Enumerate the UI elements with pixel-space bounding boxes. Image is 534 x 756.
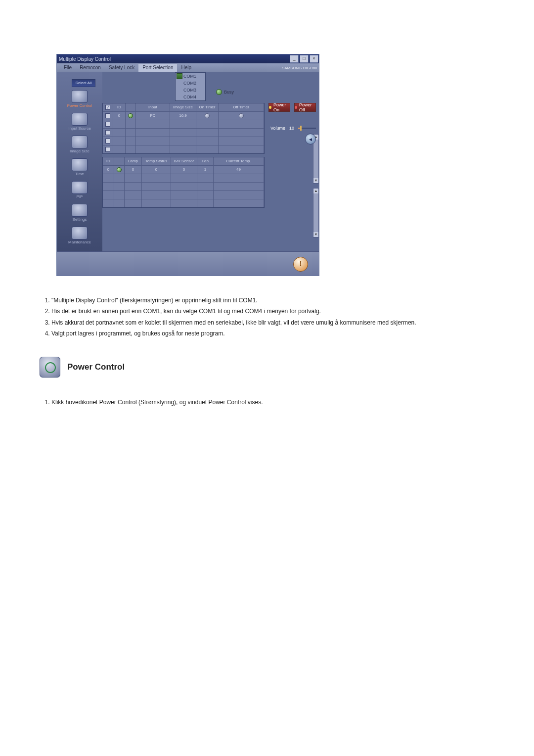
close-button[interactable]: × [310,55,318,63]
col-status [126,103,136,111]
settings-icon [72,204,88,217]
power-control-panel: Power On Power Off Volume 10 [268,103,316,144]
menubar: File Remocon Safety Lock Port Selection … [57,63,319,72]
sidebar-item-maintenance[interactable]: Maintenance [68,227,91,244]
app-footer [57,251,319,276]
sidebar-item-settings[interactable]: Settings [72,204,88,222]
com-port-option[interactable]: COM4 [176,94,205,100]
scroll-down-icon[interactable]: ▼ [313,232,318,237]
select-all-checkbox[interactable] [105,105,110,110]
time-icon [72,158,88,171]
col-fan: Fan [197,157,214,165]
display-table: ID Input Image Size On Timer Off Timer 0 [102,103,265,154]
col-id: ID [103,157,114,165]
com-port-option[interactable]: COM1 [176,73,205,80]
col-temp-status: Temp.Status [142,157,171,165]
status-table: ID Lamp Temp.Status B/R Sensor Fan Curre… [102,157,265,208]
table-row [103,128,264,137]
instruction-item: Valgt port lagres i programmet, og bruke… [51,329,494,338]
brand-label: SAMSUNG DIGITall [282,66,317,70]
volume-value: 10 [289,126,294,131]
timer-off-icon [239,113,244,118]
sidebar-item-input-source[interactable]: Input Source [68,113,90,131]
section-header: Power Control [40,357,494,378]
col-input: Input [136,103,170,111]
volume-label: Volume [270,126,285,131]
table-row [103,174,264,182]
section-title: Power Control [67,362,125,372]
checkmark-icon [177,73,182,79]
maximize-button[interactable]: □ [300,55,309,63]
alert-icon [293,257,308,272]
col-current-temp: Current Temp. [214,157,264,165]
row-checkbox[interactable] [105,113,110,118]
power-control-icon [72,90,88,103]
status-dot-icon [117,167,122,172]
select-all-button[interactable]: Select All [72,79,95,87]
menu-help[interactable]: Help [177,64,195,72]
menu-port-selection[interactable]: Port Selection [138,64,177,72]
col-id: ID [113,103,126,111]
instruction-list-2: Klikk hovedikonet Power Control (Strømst… [40,397,494,407]
table-row [103,199,264,207]
menu-file[interactable]: File [60,64,76,72]
sidebar-item-image-size[interactable]: Image Size [70,136,89,153]
instruction-item: Hvis akkurat det portnavnet som er koble… [51,318,494,328]
table-row[interactable]: 0 0 0 0 1 49 [103,165,264,174]
scroll-up-icon[interactable]: ▲ [313,189,318,193]
led-on-icon [269,106,271,109]
table-row[interactable]: 0 PC 16:9 [103,111,264,120]
col-image-size: Image Size [170,103,196,111]
status-dot-icon [128,113,133,118]
input-source-icon [72,113,88,126]
busy-dot-icon [216,89,222,95]
image-size-icon [72,136,88,148]
main-area: COM1 COM2 COM3 COM4 Busy [102,72,319,251]
instruction-item: "Multiple Display Control" (flerskjermst… [51,295,494,305]
table-row [103,190,264,199]
table2-scrollbar[interactable]: ▲ ▼ [313,188,319,237]
speaker-icon[interactable]: ◄ [305,134,316,144]
power-off-button[interactable]: Power Off [294,103,316,112]
col-off-timer: Off Timer [219,103,264,111]
power-on-button[interactable]: Power On [268,103,290,112]
window-title: Multiple Display Control [59,56,111,62]
col-br-sensor: B/R Sensor [171,157,197,165]
table-row [103,145,264,153]
volume-slider[interactable] [298,127,316,130]
com-port-dropdown[interactable]: COM1 COM2 COM3 COM4 [175,72,206,101]
table-row [103,120,264,128]
led-off-icon [295,106,297,109]
sidebar-item-time[interactable]: Time [72,158,88,176]
instruction-item: Klikk hovedikonet Power Control (Strømst… [51,397,494,407]
instruction-list: "Multiple Display Control" (flerskjermst… [40,295,494,339]
com-port-option[interactable]: COM3 [176,87,205,94]
titlebar: Multiple Display Control _ □ × [57,54,319,63]
col-lamp: Lamp [125,157,142,165]
slider-handle[interactable] [300,126,302,131]
power-control-section-icon [40,357,60,378]
timer-off-icon [205,113,210,118]
menu-safety-lock[interactable]: Safety Lock [105,64,138,72]
sidebar-item-power-control[interactable]: Power Control [67,90,92,108]
table-row [103,137,264,145]
table-row [103,182,264,190]
col-on-timer: On Timer [196,103,219,111]
maintenance-icon [72,227,88,239]
minimize-button[interactable]: _ [290,55,299,63]
app-window: Multiple Display Control _ □ × File Remo… [57,54,319,276]
sidebar: Select All Power Control Input Source Im… [57,72,102,251]
menu-remocon[interactable]: Remocon [76,64,105,72]
com-port-option[interactable]: COM2 [176,80,205,87]
instruction-item: His det er brukt en annen port enn COM1,… [51,306,494,316]
busy-indicator: Busy [216,89,234,95]
pip-icon [72,181,88,194]
sidebar-item-pip[interactable]: PIP [72,181,88,199]
